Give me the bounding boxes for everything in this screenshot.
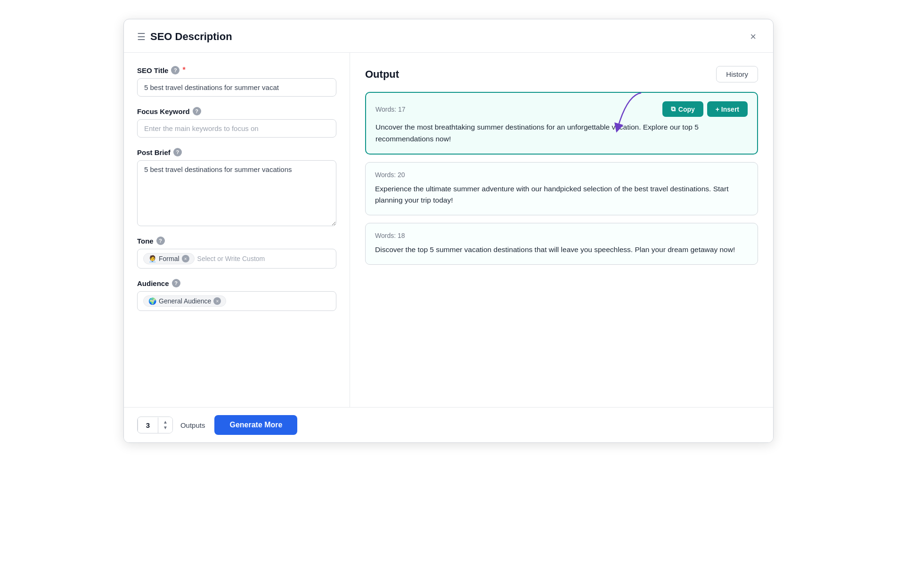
tone-field: Tone ? 🧑‍💼 Formal × Select or Write Cust… <box>137 237 336 269</box>
words-label: Words: 20 <box>375 171 405 179</box>
output-title: Output <box>365 68 399 81</box>
stepper-up-icon: ▲ <box>163 420 168 425</box>
tone-input-row[interactable]: 🧑‍💼 Formal × Select or Write Custom <box>137 249 336 269</box>
stepper-down-icon: ▼ <box>163 425 168 430</box>
tone-help-icon[interactable]: ? <box>156 237 165 245</box>
modal-header: ☰ SEO Description × <box>124 19 773 53</box>
history-button[interactable]: History <box>716 66 758 82</box>
tone-tag-text: Formal <box>159 255 179 262</box>
audience-tag: 🌍 General Audience × <box>143 295 226 307</box>
focus-keyword-field: Focus Keyword ? <box>137 107 336 138</box>
required-star: * <box>182 66 185 74</box>
close-button[interactable]: × <box>746 29 760 45</box>
card-top-row: Words: 17⧉ Copy+ Insert <box>375 101 748 117</box>
card-top-row: Words: 20 <box>375 171 748 179</box>
audience-input-row[interactable]: 🌍 General Audience × <box>137 291 336 311</box>
output-card: Words: 18Discover the top 5 summer vacat… <box>365 223 758 265</box>
modal-title: SEO Description <box>150 31 232 43</box>
focus-keyword-help-icon[interactable]: ? <box>193 107 201 115</box>
modal-title-row: ☰ SEO Description <box>137 31 232 43</box>
card-text: Uncover the most breathtaking summer des… <box>375 122 748 145</box>
audience-tag-text: General Audience <box>159 297 211 305</box>
tone-label: Tone ? <box>137 237 336 245</box>
tone-placeholder: Select or Write Custom <box>197 255 330 262</box>
post-brief-label: Post Brief ? <box>137 148 336 156</box>
focus-keyword-label: Focus Keyword ? <box>137 107 336 115</box>
words-label: Words: 18 <box>375 232 405 239</box>
card-top-row: Words: 18 <box>375 232 748 239</box>
output-header: Output History <box>365 66 758 82</box>
seo-title-input[interactable] <box>137 78 336 97</box>
outputs-value: 3 <box>138 417 158 433</box>
insert-button[interactable]: + Insert <box>707 101 748 117</box>
tone-tag: 🧑‍💼 Formal × <box>143 253 195 264</box>
post-brief-help-icon[interactable]: ? <box>173 148 182 156</box>
audience-field: Audience ? 🌍 General Audience × <box>137 279 336 311</box>
seo-title-help-icon[interactable]: ? <box>171 66 179 74</box>
outputs-stepper: 3 ▲ ▼ <box>137 416 173 433</box>
output-cards-container: Words: 17⧉ Copy+ InsertUncover the most … <box>365 92 758 265</box>
card-text: Discover the top 5 summer vacation desti… <box>375 244 748 256</box>
tone-tag-emoji: 🧑‍💼 <box>148 255 156 262</box>
outputs-label: Outputs <box>180 421 205 429</box>
output-card: Words: 17⧉ Copy+ InsertUncover the most … <box>365 92 758 155</box>
right-panel: Output History Words: 17⧉ Copy+ InsertUn… <box>350 53 773 407</box>
stepper-buttons[interactable]: ▲ ▼ <box>158 417 172 433</box>
post-brief-textarea[interactable]: 5 best travel destinations for summer va… <box>137 160 336 226</box>
generate-more-button[interactable]: Generate More <box>214 415 297 435</box>
audience-tag-remove-button[interactable]: × <box>213 297 221 305</box>
seo-description-modal: ☰ SEO Description × SEO Title ? * Focus … <box>123 19 774 443</box>
words-label: Words: 17 <box>375 106 406 113</box>
card-text: Experience the ultimate summer adventure… <box>375 183 748 207</box>
copy-icon: ⧉ <box>671 105 676 113</box>
modal-icon: ☰ <box>137 31 146 42</box>
audience-help-icon[interactable]: ? <box>172 279 180 287</box>
bottom-bar: 3 ▲ ▼ Outputs Generate More <box>124 407 773 442</box>
modal-body: SEO Title ? * Focus Keyword ? Post Brief… <box>124 53 773 407</box>
left-panel: SEO Title ? * Focus Keyword ? Post Brief… <box>124 53 350 407</box>
audience-label: Audience ? <box>137 279 336 287</box>
post-brief-field: Post Brief ? 5 best travel destinations … <box>137 148 336 226</box>
card-actions: ⧉ Copy+ Insert <box>662 101 748 117</box>
tone-tag-remove-button[interactable]: × <box>182 255 189 262</box>
output-card: Words: 20Experience the ultimate summer … <box>365 162 758 216</box>
copy-button[interactable]: ⧉ Copy <box>662 101 703 117</box>
audience-tag-emoji: 🌍 <box>148 297 156 305</box>
seo-title-field: SEO Title ? * <box>137 66 336 97</box>
focus-keyword-input[interactable] <box>137 119 336 138</box>
seo-title-label: SEO Title ? * <box>137 66 336 74</box>
